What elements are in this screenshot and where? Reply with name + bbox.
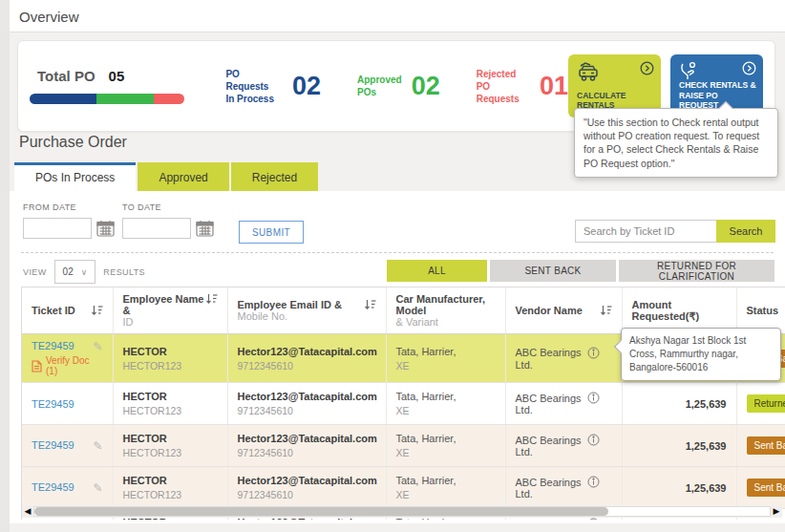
employee-mobile: 9712345610 <box>238 447 376 458</box>
search-input[interactable] <box>575 220 716 243</box>
employee-mobile: 9712345610 <box>238 360 376 372</box>
vendor-name-line2: Ltd. <box>516 359 612 371</box>
car-model: Tata, Harrier, <box>396 346 496 357</box>
amount-requested: 1,25,639 <box>622 383 736 425</box>
page: Overview Total PO 05 PO Requests In Proc… <box>0 0 785 532</box>
check-rentals-tooltip: "Use this section to Check rental output… <box>574 108 778 178</box>
info-icon[interactable] <box>587 434 600 446</box>
edit-pencil-icon[interactable]: ✎ <box>93 439 102 453</box>
filter-all-button[interactable]: ALL <box>387 260 487 282</box>
submit-button[interactable]: SUBMIT <box>239 221 304 244</box>
view-results-row: VIEW 02 ∨ RESULTS <box>23 260 145 284</box>
scroll-right-icon[interactable]: ▶ <box>771 505 782 518</box>
address-text: Akshya Nagar 1st Block 1st Cross, Rammur… <box>629 335 746 372</box>
verify-doc-link[interactable]: Verify Doc (1) <box>32 355 103 376</box>
total-po-label: Total PO <box>37 68 95 84</box>
arrow-circle-icon <box>640 61 654 75</box>
tab-pos-in-process[interactable]: POs In Process <box>14 162 136 191</box>
tab-approved[interactable]: Approved <box>138 162 228 191</box>
scrollbar-thumb[interactable] <box>34 507 608 516</box>
amount-requested: 1,25,639 <box>622 425 736 467</box>
overview-title: Overview <box>10 0 785 25</box>
view-count-select[interactable]: 02 ∨ <box>54 260 96 284</box>
po-table: Ticket ID Employee Name &ID Employee Ema… <box>22 287 785 520</box>
ticket-link[interactable]: TE29459 <box>32 340 74 351</box>
car-variant: XE <box>396 405 496 416</box>
employee-email: Hector123@Tatacapital.com <box>238 433 376 444</box>
employee-name: HECTOR <box>123 391 218 402</box>
scroll-left-icon[interactable]: ◀ <box>22 505 33 518</box>
sort-icon[interactable] <box>91 305 103 316</box>
car-variant: XE <box>396 360 496 372</box>
overview-header: Overview <box>10 0 785 32</box>
info-icon[interactable] <box>587 476 600 488</box>
vendor-name: ABC Bearings <box>516 519 582 521</box>
employee-name: HECTOR <box>123 475 218 486</box>
scrollbar-track[interactable] <box>33 506 771 517</box>
filter-sent-back-button[interactable]: SENT BACK <box>490 260 616 282</box>
stat-label-line1: Rejected PO <box>477 68 530 93</box>
total-po-block: Total PO 05 <box>30 68 189 104</box>
table-row[interactable]: TE29459✎ HECTORHECTOR123 Hector123@Tatac… <box>22 425 785 467</box>
filter-returned-for-clarification-button[interactable]: RETURNED FOR CLARIFICATION <box>619 260 774 282</box>
hand-coin-icon <box>679 61 702 82</box>
stat-value: 02 <box>412 72 440 101</box>
calendar-icon[interactable] <box>96 220 115 237</box>
search-button[interactable]: Search <box>716 220 775 243</box>
col-employee-name[interactable]: Employee Name &ID <box>113 287 227 334</box>
status-badge: Sent Back <box>747 436 785 455</box>
stat-approved-pos: Approved POs 02 <box>357 72 440 101</box>
tab-rejected[interactable]: Rejected <box>231 162 318 191</box>
vendor-address-tooltip: Akshya Nagar 1st Block 1st Cross, Rammur… <box>621 328 781 381</box>
sort-icon[interactable] <box>364 299 376 310</box>
amount-requested: 1,25,639 <box>622 467 736 509</box>
info-icon[interactable] <box>587 347 600 359</box>
from-date-input[interactable] <box>23 218 92 239</box>
dashed-divider <box>21 252 774 253</box>
col-ticket-id[interactable]: Ticket ID <box>22 287 113 334</box>
to-date-group: TO DATE <box>122 202 214 239</box>
stat-label-line1: PO Requests <box>225 68 283 93</box>
from-date-label: FROM DATE <box>23 202 115 212</box>
col-vendor-name[interactable]: Vendor Name <box>505 287 622 334</box>
vendor-name-line2: Ltd. <box>516 446 612 458</box>
stat-label-line2: POs <box>357 86 402 98</box>
search-group: Search <box>575 220 775 243</box>
horizontal-scrollbar[interactable]: ◀ ▶ <box>22 505 782 518</box>
ticket-link[interactable]: TE29459 <box>32 481 74 493</box>
doc-icon <box>32 360 42 372</box>
table-row[interactable]: TE29459✎ HECTORHECTOR123 Hector123@Tatac… <box>22 467 785 509</box>
table-row[interactable]: TE29459✎ HECTORHECTOR123 Hector123@Tatac… <box>22 383 785 425</box>
check-rentals-label: CHECK RENTALS & RAISE PO REQUEST <box>679 80 757 111</box>
ticket-link[interactable]: TE29459 <box>32 439 74 451</box>
employee-name: HECTOR <box>123 433 218 444</box>
edit-pencil-icon[interactable]: ✎ <box>93 340 102 353</box>
tooltip-text: "Use this section to Check rental output… <box>583 117 759 169</box>
sort-icon[interactable] <box>205 293 218 305</box>
stat-label-line2: Requests <box>477 93 530 105</box>
col-employee-email[interactable]: Employee Email ID &Mobile No. <box>227 287 386 334</box>
calendar-icon[interactable] <box>196 220 214 237</box>
employee-id: HECTOR123 <box>123 489 218 500</box>
stat-rejected-po: Rejected PO Requests 01 <box>477 68 568 105</box>
info-icon[interactable] <box>587 392 600 404</box>
employee-id: HECTOR123 <box>123 405 218 416</box>
sort-icon[interactable] <box>600 305 612 316</box>
chevron-down-icon: ∨ <box>81 267 88 277</box>
vendor-name-line2: Ltd. <box>516 488 612 500</box>
car-model: Tata, Harrier, <box>396 433 496 444</box>
ticket-link[interactable]: TE29459 <box>32 398 74 410</box>
employee-email: Hector123@Tatacapital.com <box>238 346 376 357</box>
employee-mobile: 9712345610 <box>238 405 376 416</box>
employee-name: HECTOR <box>123 346 218 357</box>
arrow-circle-icon <box>742 61 756 75</box>
car-variant: XE <box>396 489 496 500</box>
edit-pencil-icon[interactable]: ✎ <box>93 481 102 495</box>
status-filter-buttons: ALL SENT BACK RETURNED FOR CLARIFICATION <box>387 260 774 282</box>
to-date-input[interactable] <box>122 218 191 239</box>
from-date-group: FROM DATE <box>23 202 115 239</box>
status-badge: Returned for Clarification <box>747 394 785 413</box>
vendor-name: ABC Bearings <box>516 435 582 446</box>
info-icon[interactable] <box>587 518 600 520</box>
stat-label-line2: In Process <box>225 93 283 105</box>
